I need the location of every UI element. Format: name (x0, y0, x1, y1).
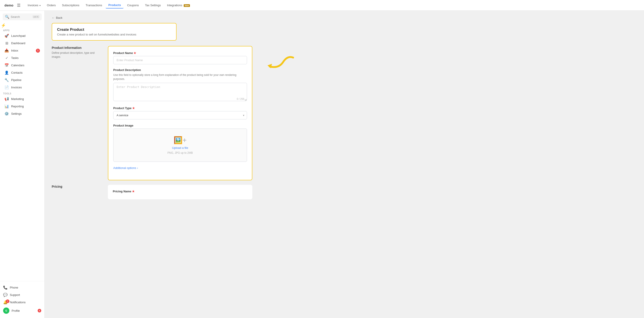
product-name-label: Product Name ★ (113, 51, 247, 55)
sidebar-label-tasks: Tasks (11, 56, 18, 60)
sidebar-item-invoices[interactable]: 📄 Invoices (1, 84, 43, 91)
sidebar-item-dashboard[interactable]: ⊞ Dashboard (1, 40, 43, 47)
sidebar-item-phone[interactable]: 📞 Phone (0, 284, 44, 291)
product-type-label: Product Type ★ (113, 106, 247, 110)
pipeline-icon: 🔧 (4, 78, 9, 82)
create-product-header: Create Product Create a new product to s… (52, 23, 176, 41)
back-label: Back (56, 16, 62, 20)
settings-icon: ⚙️ (4, 112, 9, 116)
sidebar-label-phone: Phone (10, 286, 18, 289)
product-description-label: Product Description (113, 68, 247, 72)
product-information-section: Product Information Define product descr… (52, 46, 252, 180)
sidebar-item-launchpad[interactable]: 🚀 Launchpad (1, 32, 43, 40)
pricing-name-label: Pricing Name ★ (113, 190, 248, 193)
additional-options-label: Additional options (113, 166, 136, 170)
tasks-icon: ✓ (4, 56, 9, 60)
product-image-group: Product Image 🖼️+ Upload a file PNG, JPG… (113, 124, 247, 162)
sidebar-item-reporting[interactable]: 📊 Reporting (1, 103, 43, 110)
app-body: 🔍 Search ctrl K ⚡ Apps 🚀 Launchpad ⊞ Das… (0, 11, 644, 318)
hamburger-icon[interactable]: ☰ (17, 3, 20, 8)
sidebar-label-marketing: Marketing (11, 97, 24, 101)
sidebar-item-calendars[interactable]: 📅 Calendars (1, 62, 43, 69)
apps-section-label: Apps (0, 28, 44, 32)
pricing-section: Pricing Pricing Name ★ (52, 185, 252, 199)
sidebar-item-inbox[interactable]: 📥 Inbox 1 (1, 47, 43, 54)
upload-link[interactable]: Upload a file (172, 146, 188, 150)
sidebar-bottom: 📞 Phone 💬 Support 🔔 Notifications 7 G Pr… (0, 281, 44, 315)
phone-icon: 📞 (3, 285, 8, 290)
search-shortcut: ctrl K (32, 16, 40, 18)
page-subtitle: Create a new product to sell on funnels/… (57, 33, 171, 36)
profile-badge: 5 (38, 309, 41, 312)
product-description-group: Product Description Use this field to op… (113, 68, 247, 102)
nav-coupons[interactable]: Coupons (124, 2, 141, 8)
sidebar-item-marketing[interactable]: 📢 Marketing (1, 95, 43, 103)
sidebar-label-settings: Settings (11, 112, 22, 115)
required-indicator-3: ★ (132, 190, 135, 193)
sidebar-item-tasks[interactable]: ✓ Tasks (1, 54, 43, 62)
sidebar-label-inbox: Inbox (11, 49, 18, 52)
avatar: G (3, 307, 9, 314)
inbox-icon: 📥 (4, 49, 9, 53)
search-icon: 🔍 (5, 15, 9, 19)
product-description-textarea[interactable] (113, 83, 247, 101)
form-section-left: Product Information Define product descr… (52, 46, 101, 180)
sidebar-item-settings[interactable]: ⚙️ Settings (1, 110, 43, 117)
new-badge: New (184, 4, 190, 7)
sidebar-item-support[interactable]: 💬 Support (0, 291, 44, 298)
top-navigation: demo ☰ Invoices ▾ Orders Subscriptions T… (0, 0, 644, 11)
description-help-text: Use this field to optionally store a lon… (113, 73, 247, 81)
nav-integrations[interactable]: Integrations New (164, 2, 192, 8)
sidebar-item-contacts[interactable]: 👤 Contacts (1, 69, 43, 76)
sidebar-label-calendars: Calendars (11, 64, 24, 67)
image-upload-icon: 🖼️+ (174, 136, 187, 144)
textarea-wrap: 0 / 256 ⤡ (113, 83, 247, 102)
nav-invoices[interactable]: Invoices ▾ (25, 2, 43, 8)
sidebar-label-support: Support (10, 293, 20, 296)
page-title: Create Product (57, 28, 171, 32)
sidebar-item-pipeline[interactable]: 🔧 Pipeline (1, 76, 43, 84)
image-upload-area[interactable]: 🖼️+ Upload a file PNG, JPG up to 2MB (113, 129, 247, 162)
nav-products[interactable]: Products (106, 2, 124, 9)
contacts-icon: 👤 (4, 71, 9, 75)
resize-handle-icon: ⤡ (244, 98, 246, 102)
upload-hint: PNG, JPG up to 2MB (168, 151, 193, 154)
notification-badge: 7 (6, 299, 9, 303)
additional-options-link[interactable]: Additional options › (113, 166, 247, 170)
product-type-select-wrap: A service A physical product A digital p… (113, 111, 247, 119)
sidebar-item-notifications[interactable]: 🔔 Notifications 7 (0, 298, 44, 306)
product-type-select[interactable]: A service A physical product A digital p… (113, 111, 247, 119)
sidebar-label-contacts: Contacts (11, 71, 22, 74)
sidebar-label-profile: Profile (12, 309, 20, 312)
nav-tax-settings[interactable]: Tax Settings (142, 2, 164, 8)
product-name-input[interactable] (113, 56, 247, 64)
marketing-icon: 📢 (4, 97, 9, 101)
back-arrow-icon: ← (52, 16, 54, 20)
sidebar: 🔍 Search ctrl K ⚡ Apps 🚀 Launchpad ⊞ Das… (0, 11, 44, 318)
chevron-down-icon: ▾ (40, 4, 40, 7)
back-link[interactable]: ← Back (52, 16, 62, 20)
nav-orders[interactable]: Orders (44, 2, 58, 8)
product-type-group: Product Type ★ A service A physical prod… (113, 106, 247, 119)
dashboard-icon: ⊞ (4, 41, 9, 45)
pricing-title: Pricing (52, 185, 101, 188)
lightning-icon[interactable]: ⚡ (1, 23, 44, 28)
calendar-icon: 📅 (4, 63, 9, 67)
chevron-right-icon: › (137, 166, 138, 170)
invoices-icon: 📄 (4, 85, 9, 90)
sidebar-item-profile[interactable]: G Profile 5 (0, 306, 44, 315)
search-label: Search (11, 15, 31, 19)
search-bar[interactable]: 🔍 Search ctrl K (3, 14, 42, 20)
sidebar-label-notifications: Notifications (10, 300, 26, 304)
nav-subscriptions[interactable]: Subscriptions (59, 2, 82, 8)
sidebar-label-launchpad: Launchpad (11, 34, 26, 38)
nav-transactions[interactable]: Transactions (83, 2, 105, 8)
tools-section-label: Tools (0, 91, 44, 95)
section-title: Product Information (52, 46, 101, 50)
product-image-label: Product Image (113, 124, 247, 127)
required-indicator: ★ (134, 51, 136, 55)
sidebar-label-dashboard: Dashboard (11, 42, 26, 45)
svg-marker-0 (268, 64, 272, 68)
launchpad-icon: 🚀 (4, 34, 9, 38)
form-section-right: Product Name ★ Product Description Use t… (108, 46, 252, 180)
